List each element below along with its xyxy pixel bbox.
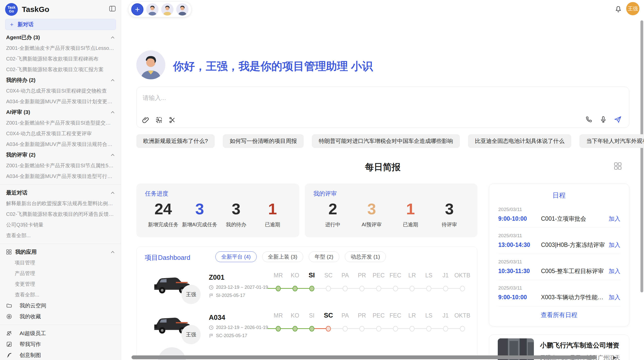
flag-icon bbox=[209, 293, 214, 298]
sidebar-section-0-header: Agent已办 (3) bbox=[5, 32, 116, 43]
dashboard-tab[interactable]: 全新平台 (4) bbox=[215, 251, 257, 262]
sidebar-link-label: 我的收藏 bbox=[20, 313, 41, 320]
milestone-strip: MRKOSISCPAPRPECFECLRLSJ1OKTB bbox=[270, 312, 471, 337]
suggestion-chip[interactable]: 欧洲新规最近颁布了什么? bbox=[136, 134, 215, 148]
app-item[interactable]: 项目管理 bbox=[5, 257, 116, 268]
collapse-sidebar-icon[interactable] bbox=[109, 6, 116, 12]
scroll-right-arrow-icon[interactable]: ▶ bbox=[613, 354, 617, 360]
dashboard-tab[interactable]: 动总开发 (1) bbox=[345, 251, 386, 262]
chevron-up-icon[interactable] bbox=[111, 251, 115, 253]
sidebar-item-folder[interactable]: 我的云空间 bbox=[5, 300, 116, 311]
stat-value: 3 bbox=[430, 201, 469, 217]
chat-input[interactable] bbox=[142, 94, 550, 102]
suggestion-chip[interactable]: 如何写一份清晰的项目周报 bbox=[223, 134, 304, 148]
schedule-separator bbox=[498, 254, 620, 254]
app-root: Task Go TaskGo ＋ 新对话 Agent已办 (3)Z001-全新燃… bbox=[0, 0, 644, 360]
recent-chat-item[interactable]: 查看全部... bbox=[5, 230, 116, 241]
sidebar-task-item[interactable]: C02-飞腾新能源轻客改款项目里程碑画布 bbox=[5, 53, 116, 64]
view-all-schedule-link[interactable]: 查看所有日程 bbox=[489, 311, 629, 319]
join-meeting-link[interactable]: 加入 bbox=[609, 241, 620, 249]
stat-新增AI完成任务: 3新增AI完成任务 bbox=[181, 201, 218, 228]
sidebar-task-item[interactable]: A034-全新新能源MUV产品开发项目造型可行性评审 bbox=[5, 171, 116, 182]
app-item[interactable]: 查看全部... bbox=[5, 289, 116, 300]
stat-label: 我的待办 bbox=[218, 221, 254, 228]
task-progress-card: 任务进度 24新增完成任务3新增AI完成任务3我的待办1已逾期 bbox=[136, 184, 299, 237]
app-item[interactable]: 产品管理 bbox=[5, 268, 116, 279]
screenshot-scissors-icon[interactable] bbox=[169, 116, 176, 124]
logo-line2: Go bbox=[9, 9, 14, 13]
sidebar-tool-quill[interactable]: 创意制图 bbox=[5, 350, 116, 360]
user-avatar[interactable]: 王强 bbox=[626, 2, 639, 15]
sidebar-tool-people[interactable]: AI超级员工 bbox=[5, 328, 116, 339]
project-flag-text: SI-2025-05-17 bbox=[216, 293, 245, 298]
project-row[interactable]: 王强Z0012023-12-19 ~ 2027-01-19SI-2025-05-… bbox=[137, 269, 477, 308]
stat-value: 3 bbox=[352, 201, 391, 217]
composer-right-icons bbox=[585, 115, 622, 124]
stat-已逾期: 1已逾期 bbox=[391, 201, 430, 228]
sidebar-item-star[interactable]: 我的收藏 bbox=[5, 311, 116, 322]
sidebar-task-item[interactable]: C0X4-动力总成开发项目SI里程碑提交物检查 bbox=[5, 85, 116, 96]
project-owner-badge: 王强 bbox=[181, 325, 201, 344]
suggestion-chip[interactable]: 特朗普可能对进口汽车增税会对中国车企造成哪些影响 bbox=[312, 134, 460, 148]
chevron-up-icon[interactable] bbox=[111, 154, 115, 156]
milestone-label: PR bbox=[354, 272, 370, 279]
new-chat-button[interactable]: ＋ 新对话 bbox=[5, 19, 116, 30]
briefing-layout-icon[interactable] bbox=[614, 162, 622, 170]
schedule-item[interactable]: 2025/03/119:00-10:00X003-车辆动力学性能验...加入 bbox=[498, 285, 620, 301]
join-meeting-link[interactable]: 加入 bbox=[609, 215, 620, 223]
image-upload-icon[interactable] bbox=[155, 116, 163, 124]
news-title: 小鹏飞行汽车制造公司增资 bbox=[540, 341, 624, 350]
recent-chat-item[interactable]: 解释最新出台的欧盟报废车法规再生塑料比例被调至15%... bbox=[5, 198, 116, 209]
dashboard-tab[interactable]: 全新上装 (3) bbox=[262, 251, 303, 262]
recent-chat-item[interactable]: C02-飞腾新能源轻客改款项目的闭环通告反馈情况 bbox=[5, 209, 116, 219]
chevron-up-icon[interactable] bbox=[111, 79, 115, 82]
suggestion-chip[interactable]: 当下年轻人对汽车外观有怎样的喜好趋势 bbox=[579, 134, 644, 148]
assistant-avatar-2[interactable] bbox=[161, 3, 173, 16]
join-meeting-link[interactable]: 加入 bbox=[609, 293, 620, 301]
stat-AI预评审: 3AI预评审 bbox=[352, 201, 391, 228]
assistant-avatar-1[interactable] bbox=[146, 3, 158, 16]
attach-file-icon[interactable] bbox=[142, 116, 149, 124]
sidebar-tool-write[interactable]: 帮我写作 bbox=[5, 339, 116, 350]
schedule-item[interactable]: 2025/03/1110:30-11:30C005-整车工程目标评审加入 bbox=[498, 259, 620, 275]
milestone-dot-todo bbox=[393, 286, 398, 291]
milestone-dot-todo bbox=[376, 326, 381, 332]
join-meeting-link[interactable]: 加入 bbox=[609, 267, 620, 275]
sidebar-section-3-title: 我的评审 (2) bbox=[6, 151, 36, 158]
send-icon[interactable] bbox=[614, 115, 622, 124]
schedule-time: 13:00-14:30 bbox=[498, 242, 541, 248]
sidebar-task-item[interactable]: C0X4-动力总成开发项目工程变更评审 bbox=[5, 128, 116, 139]
project-dates-text: 2023-12-19 ~ 2026-01-19 bbox=[216, 325, 268, 330]
assistant-avatar-3[interactable] bbox=[176, 3, 188, 16]
sidebar-section-0-title: Agent已办 (3) bbox=[6, 34, 40, 41]
sidebar-task-item[interactable]: A034-全新新能源MUV产品开发项目计划变更表编写 bbox=[5, 96, 116, 107]
sidebar-task-item[interactable]: Z001-全新燃油轻卡产品开发项目SI造型提交物评审 bbox=[5, 117, 116, 128]
sidebar-link-label: 我的云空间 bbox=[20, 302, 46, 309]
sidebar-task-item[interactable]: Z001-全新燃油轻卡产品开发项目SI节点属性5D文件评审 bbox=[5, 160, 116, 171]
recent-chat-item[interactable]: 公司Q3轻卡销量 bbox=[5, 219, 116, 230]
vertical-scrollbar[interactable] bbox=[640, 20, 643, 292]
horizontal-scrollbar[interactable] bbox=[131, 355, 596, 359]
schedule-item[interactable]: 2025/03/119:00-10:00C001-立项审批会加入 bbox=[498, 207, 620, 223]
schedule-item[interactable]: 2025/03/1113:00-14:30C003|H0B-方案冻结评审加入 bbox=[498, 233, 620, 249]
app-item[interactable]: 变更管理 bbox=[5, 279, 116, 289]
project-flag-text: SC-2025-05-17 bbox=[216, 333, 247, 338]
voice-call-icon[interactable] bbox=[585, 116, 593, 123]
stat-value: 3 bbox=[218, 201, 254, 217]
dashboard-title: 项目Dashboard bbox=[145, 253, 190, 262]
notification-bell-icon[interactable] bbox=[614, 5, 622, 13]
sidebar-section-2-title: AI评审 (3) bbox=[6, 109, 30, 116]
microphone-icon[interactable] bbox=[599, 116, 607, 123]
dashboard-tab[interactable]: 年型 (2) bbox=[309, 251, 339, 262]
milestone-label: FEC bbox=[387, 272, 404, 279]
add-assistant-button[interactable]: + bbox=[131, 3, 143, 16]
project-row[interactable]: 王强A0342023-12-19 ~ 2026-01-19SC-2025-05-… bbox=[137, 310, 477, 348]
chevron-up-icon[interactable] bbox=[111, 111, 115, 114]
sidebar-task-item[interactable]: Z001-全新燃油皮卡产品开发项目SI节点Lesson Learn报告 bbox=[5, 43, 116, 53]
suggestion-chip[interactable]: 比亚迪全固态电池计划具体说了什么 bbox=[468, 134, 571, 148]
sidebar-task-item[interactable]: C02-飞腾新能源轻客改款项目立项汇报方案 bbox=[5, 64, 116, 75]
sidebar-task-item[interactable]: A034-全新新能源MUV产品开发项目法规符合性评审 bbox=[5, 139, 116, 149]
schedule-separator bbox=[498, 280, 620, 280]
chevron-up-icon[interactable] bbox=[111, 36, 115, 39]
chevron-up-icon[interactable] bbox=[111, 191, 115, 194]
